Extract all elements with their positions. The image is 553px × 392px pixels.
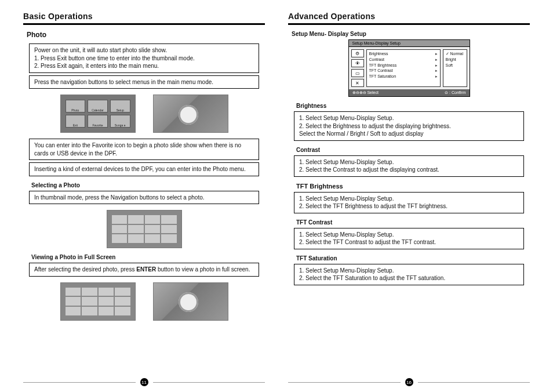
box-select-photo: In thumbnail mode, press the Navigation …	[29, 191, 259, 205]
text-line: 2. Select the Brightness to adjust the d…	[299, 122, 519, 130]
menu-icon: Favorite	[88, 115, 108, 128]
menu-icon: Exit	[66, 115, 86, 128]
text-line: 1. Press Exit button one time to enter i…	[34, 55, 254, 63]
text-span: button to view a photo in full screen.	[158, 266, 250, 273]
text-line: Power on the unit, it will auto start ph…	[34, 46, 254, 55]
image-flower	[153, 282, 228, 321]
text-line: 2. Press Exit again, it enters into the …	[34, 62, 254, 70]
text-line: 2. Select the TFT Brightness to adjust t…	[299, 202, 519, 210]
menu-option: Normal	[446, 51, 464, 57]
menu-option: Soft	[446, 63, 464, 68]
right-page: Advanced Operations Setup Menu- Display …	[276, 12, 541, 392]
text-line: 2. Select the Contrast to adjust the dis…	[299, 166, 519, 174]
menu-option: Bright	[446, 57, 464, 63]
footer-select: ⊕⊖⊕⊖ Select	[352, 90, 379, 95]
gear-icon: ⚙	[351, 49, 364, 57]
box-full-screen: After selecting the desired photo, press…	[29, 263, 259, 277]
image-row-1: Photo Calendar Setup Exit Favorite Sunga…	[23, 95, 265, 133]
page-title-right: Advanced Operations	[288, 12, 530, 21]
page-footer-right: 16	[288, 378, 530, 386]
image-flower	[153, 95, 228, 133]
menu-item: TFT Brightness	[369, 63, 438, 68]
box-tft-contrast: 1. Select Setup Menu-Display Setup. 2. S…	[294, 228, 524, 249]
box-favorite: You can enter into the Favorite icon to …	[29, 139, 259, 160]
text-line: 1. Select Setup Menu-Display Setup.	[299, 231, 519, 239]
setup-menu-title: Setup Menu-Display Setup	[349, 40, 470, 47]
sub-full-screen: Viewing a Photo in Full Screen	[31, 254, 265, 260]
menu-icon: Setup	[110, 100, 130, 112]
box-power-on: Power on the unit, it will auto start ph…	[29, 43, 259, 73]
sub-tft-brightness: TFT Brightness	[296, 183, 530, 190]
enter-label: ENTER	[136, 266, 156, 273]
text-line: 2. Select the TFT Saturation to adjust t…	[299, 274, 519, 282]
menu-icon: Photo	[66, 100, 86, 112]
sub-tft-saturation: TFT Saturation	[296, 255, 530, 262]
image-main-menu: Photo Calendar Setup Exit Favorite Sunga…	[60, 95, 136, 133]
text-span: After selecting the desired photo, press	[34, 266, 134, 273]
footer-confirm: ⊙ : Confirm	[445, 90, 465, 95]
monitor-icon: ▭	[351, 69, 364, 77]
page-title-left: Basic Operations	[23, 12, 265, 21]
text-line: 1. Select Setup Menu-Display Setup.	[299, 195, 519, 203]
title-rule	[288, 23, 530, 25]
text-line: 1. Select Setup Menu-Display Setup.	[299, 158, 519, 166]
menu-item: TFT Contrast	[369, 68, 438, 74]
page-footer-left: 11	[23, 378, 265, 386]
section-photo: Photo	[27, 31, 265, 39]
sub-contrast: Contrast	[296, 147, 530, 153]
menu-icon: Sunga e	[110, 115, 130, 128]
setup-menu-items: Brightness Contrast TFT Brightness TFT C…	[366, 49, 441, 87]
page-number: 16	[405, 378, 413, 386]
sub-tft-contrast: TFT Contrast	[296, 219, 530, 226]
footer-line	[288, 382, 401, 383]
setup-menu-footer: ⊕⊖⊕⊖ Select ⊙ : Confirm	[349, 89, 470, 96]
setup-menu-diagram: Setup Menu-Display Setup ⚙ 👁 ▭ ✕ Brightn…	[348, 39, 470, 97]
image-row-3	[23, 282, 265, 321]
eye-icon: 👁	[351, 59, 364, 67]
menu-icon: Calendar	[88, 100, 108, 112]
setup-menu-icons: ⚙ 👁 ▭ ✕	[351, 49, 364, 87]
footer-line	[153, 382, 265, 383]
setup-menu-options: Normal Bright Soft	[443, 49, 467, 87]
image-row-2	[23, 210, 265, 248]
sub-brightness: Brightness	[296, 103, 530, 109]
menu-item: Contrast	[369, 57, 438, 63]
menu-item: TFT Saturation	[369, 74, 438, 79]
box-tft-brightness: 1. Select Setup Menu-Display Setup. 2. S…	[294, 192, 524, 213]
text-line: 1. Select Setup Menu-Display Setup.	[299, 267, 519, 275]
box-nav-buttons: Press the navigation buttons to select m…	[29, 75, 259, 89]
title-rule	[23, 23, 265, 25]
box-contrast: 1. Select Setup Menu-Display Setup. 2. S…	[294, 155, 524, 177]
left-page: Basic Operations Photo Power on the unit…	[12, 12, 276, 392]
image-thumbnail-grid	[107, 210, 182, 248]
image-thumbnail-grid	[60, 282, 136, 321]
menu-item: Brightness	[369, 51, 438, 57]
section-setup-menu: Setup Menu- Display Setup	[292, 31, 530, 37]
exit-icon: ✕	[351, 79, 364, 87]
box-brightness: 1. Select Setup Menu-Display Setup. 2. S…	[294, 111, 524, 141]
box-external-devices: Inserting a kind of external devices to …	[29, 162, 259, 176]
page-number: 11	[140, 378, 148, 386]
footer-line	[418, 382, 530, 383]
text-line: 2. Select the TFT Contrast to adjust the…	[299, 238, 519, 246]
text-line: Select the Normal / Bright / Soft to adj…	[299, 130, 519, 138]
sub-selecting-photo: Selecting a Photo	[31, 182, 265, 188]
setup-menu-body: ⚙ 👁 ▭ ✕ Brightness Contrast TFT Brightne…	[349, 47, 470, 89]
footer-line	[23, 382, 136, 383]
text-line: 1. Select Setup Menu-Display Setup.	[299, 114, 519, 122]
box-tft-saturation: 1. Select Setup Menu-Display Setup. 2. S…	[294, 264, 524, 285]
